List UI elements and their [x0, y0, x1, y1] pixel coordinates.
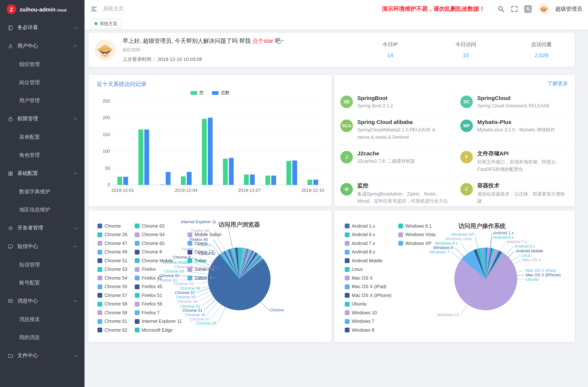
legend-item[interactable]: Chrome 54 — [97, 274, 135, 283]
font-size-icon[interactable]: A+ — [524, 5, 532, 13]
legend-item[interactable]: Safari — [188, 256, 235, 265]
legend-item[interactable]: Chrome 64 — [135, 230, 188, 239]
bar-legend-item[interactable]: 您 — [190, 90, 204, 96]
bar-您-2019-12-03[interactable] — [160, 184, 165, 185]
bar-您-2019-12-04[interactable] — [181, 177, 186, 185]
feature-item[interactable]: SBSpringBootSpring Boot 2.1.2 — [335, 90, 454, 114]
sidebar-subitem[interactable]: 组织管理 — [0, 55, 84, 73]
legend-item[interactable]: Chrome 57 — [97, 291, 135, 300]
legend-item[interactable]: Ubuntu — [345, 300, 398, 308]
feature-item[interactable]: SCSpringCloudSpring Cloud Greenwich.RELE… — [454, 90, 575, 114]
sidebar-item-1[interactable]: 用户中心 — [0, 37, 84, 55]
legend-item[interactable]: Mac OS X (iPad) — [345, 283, 398, 291]
legend-item[interactable]: Windows Vista — [398, 230, 439, 239]
learn-more-link[interactable]: 了解更多 — [547, 81, 568, 87]
sidebar-subitem[interactable]: 菜单配置 — [0, 128, 84, 146]
bar-legend-item[interactable]: 总数 — [212, 90, 230, 96]
sidebar-subitem[interactable]: 地区信息维护 — [0, 201, 84, 219]
sidebar-subitem[interactable]: 短信管理 — [0, 256, 84, 274]
os-pie[interactable] — [454, 247, 517, 310]
sidebar-item-5[interactable]: 短信中心 — [0, 237, 84, 256]
bar-您-2019-12-10[interactable] — [308, 180, 312, 185]
fullscreen-icon[interactable] — [511, 5, 518, 12]
feature-item[interactable]: MPMybatis-PlusMybatis-plus 3.2.0：Mybatis… — [454, 114, 575, 145]
bar-总数-2019-12-03[interactable] — [166, 172, 170, 185]
legend-item[interactable]: Chrome 26 — [97, 230, 135, 239]
bar-总数-2019-12-10[interactable] — [313, 180, 318, 185]
legend-item[interactable]: Android 6.x — [345, 230, 398, 239]
bar-您-2019-12-06[interactable] — [223, 159, 228, 185]
avatar[interactable] — [538, 3, 549, 14]
bar-您-2019-12-08[interactable] — [265, 176, 270, 185]
legend-item[interactable]: Chrome 62 — [97, 326, 135, 334]
stat-value[interactable]: 14 — [368, 52, 412, 58]
legend-item[interactable]: Android 1.x — [345, 222, 398, 230]
legend-item[interactable]: Chrome 59 — [97, 308, 135, 317]
username[interactable]: 超级管理员 — [555, 5, 582, 12]
legend-item[interactable]: Windows 8.1 — [398, 222, 439, 230]
legend-item[interactable]: Chrome 47 — [97, 239, 135, 248]
legend-item[interactable]: Windows 7 — [345, 317, 398, 326]
sidebar-item-6[interactable]: 消息中心 — [0, 292, 84, 310]
legend-item[interactable]: Microsoft Edge — [135, 326, 188, 334]
sidebar-item-7[interactable]: 文件中心 — [0, 346, 84, 365]
legend-item[interactable]: Mac OS X (iPhone) — [345, 291, 398, 300]
legend-item[interactable]: Chrome 65 — [135, 239, 188, 248]
legend-item[interactable]: Firefox 7 — [135, 308, 188, 317]
legend-item[interactable]: Windows 8 — [345, 326, 398, 334]
bar-您-2019-12-02[interactable] — [139, 129, 143, 185]
sidebar-subitem[interactable]: 用户管理 — [0, 91, 84, 110]
bar-总数-2019-12-05[interactable] — [208, 118, 213, 185]
feature-item[interactable]: JJ2cacheJ2cache2.7.8: 二级缓存框架 — [335, 145, 454, 178]
feature-item[interactable]: M监控集成SpringBootAdmin、Zipkin、Redis、Mysql、… — [335, 178, 454, 206]
app-logo[interactable]: Z zuihou-admincloud — [0, 0, 84, 19]
bar-总数-2019-12-07[interactable] — [250, 175, 255, 185]
feature-item[interactable]: F文件存储API封装文件接口，实现本地存储、阿里云、FastDFS存储的配置化 — [454, 145, 575, 178]
stat-value[interactable]: 15 — [444, 52, 488, 58]
bar-您-2019-12-07[interactable] — [244, 175, 249, 185]
legend-item[interactable]: Windows 10 — [345, 308, 398, 317]
bar-总数-2019-12-06[interactable] — [229, 158, 234, 185]
bar-总数-2019-12-08[interactable] — [271, 176, 276, 185]
legend-item[interactable]: Android Mobile — [345, 256, 398, 265]
feature-item[interactable]: SCASpring Cloud alibabaSpringCloudAlibab… — [335, 114, 454, 145]
sidebar-item-4[interactable]: 开发者管理 — [0, 219, 84, 237]
legend-item[interactable]: Chrome 55 — [97, 283, 135, 291]
legend-label: Windows 8.1 — [405, 224, 432, 229]
feature-item[interactable]: C容器技术虚拟化容器技术，让迁移、部署更加方便快捷 — [454, 178, 575, 206]
search-icon[interactable] — [497, 5, 504, 12]
legend-item[interactable]: Chrome 53 — [97, 265, 135, 274]
legend-item[interactable]: Chrome 61 — [97, 317, 135, 326]
star-link[interactable]: 点个star — [252, 38, 273, 44]
legend-item[interactable]: Mac OS X — [345, 274, 398, 283]
tab-home[interactable]: 系统主页 — [90, 19, 122, 28]
stat-value[interactable]: 2,029 — [519, 52, 564, 58]
sidebar-subitem[interactable]: 消息推送 — [0, 310, 84, 328]
bar-您-2019-12-09[interactable] — [286, 161, 291, 185]
legend-item[interactable]: Windows XP — [398, 239, 439, 248]
sidebar-subitem[interactable]: 角色管理 — [0, 146, 84, 164]
collapse-menu-icon[interactable] — [90, 5, 97, 12]
legend-item[interactable]: Chrome 63 — [135, 222, 188, 230]
sidebar-item-3[interactable]: 基础配置 — [0, 164, 84, 183]
sidebar-item-0[interactable]: 务必详看 — [0, 19, 84, 37]
legend-item[interactable]: Chrome — [97, 222, 135, 230]
legend-item[interactable]: Android 8.x — [345, 248, 398, 256]
sidebar-subitem[interactable]: 数据字典维护 — [0, 183, 84, 201]
sidebar-subitem[interactable]: 岗位管理 — [0, 73, 84, 91]
legend-item[interactable]: Chrome 51 — [97, 256, 135, 265]
bar-总数-2019-12-01[interactable] — [123, 177, 128, 185]
legend-item[interactable]: Android 7.x — [345, 239, 398, 248]
sidebar-item-2[interactable]: 权限管理 — [0, 110, 84, 128]
legend-item[interactable]: Internet Explorer 11 — [135, 317, 188, 326]
bar-总数-2019-12-04[interactable] — [187, 172, 191, 185]
bar-您-2019-12-05[interactable] — [202, 119, 207, 185]
bar-总数-2019-12-09[interactable] — [292, 160, 297, 185]
bar-总数-2019-12-02[interactable] — [145, 129, 149, 185]
bar-您-2019-12-01[interactable] — [117, 177, 122, 185]
legend-item[interactable]: Chrome 58 — [97, 300, 135, 308]
legend-item[interactable]: Chrome 49 — [97, 248, 135, 256]
legend-item[interactable]: Linux — [345, 265, 398, 274]
sidebar-subitem[interactable]: 我的消息 — [0, 328, 84, 346]
sidebar-subitem[interactable]: 账号配置 — [0, 274, 84, 292]
